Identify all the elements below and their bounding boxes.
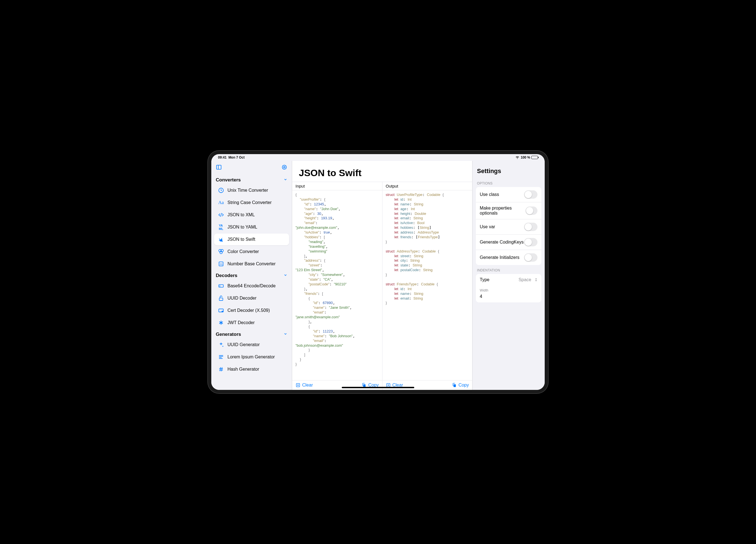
status-time: 09:41 — [218, 156, 227, 159]
sidebar-item-jwt-decoder[interactable]: JWT Decoder — [214, 317, 289, 329]
section-header[interactable]: Generators — [211, 329, 292, 338]
option-make-properties-optionals[interactable]: Make properties optionals — [476, 202, 541, 219]
sidebar-item-uuid-generator[interactable]: UUID Generator — [214, 339, 289, 351]
sidebar-item-label: Cert Decoder (X.509) — [227, 308, 270, 313]
svg-rect-11 — [219, 298, 223, 300]
chevron-down-icon — [283, 177, 287, 183]
svg-rect-17 — [454, 384, 456, 387]
svg-rect-0 — [217, 165, 221, 169]
input-editor[interactable]: { "userProfile": { "id": 12345, "name": … — [292, 190, 382, 380]
sidebar-item-uuid-decoder[interactable]: UUID Decoder — [214, 292, 289, 304]
sidebar-item-label: UUID Decoder — [227, 296, 256, 301]
home-indicator — [342, 387, 414, 388]
svg-point-13 — [222, 311, 223, 312]
option-use-class[interactable]: Use class — [476, 187, 541, 202]
sidebar-item-number-base-converter[interactable]: 01Number Base Converter — [214, 258, 289, 270]
chevron-down-icon — [283, 331, 287, 337]
sidebar-item-unix-time-converter[interactable]: Unix Time Converter — [214, 184, 289, 196]
sidebar-item-label: Base64 Encode/Decode — [227, 283, 276, 288]
hash-icon — [218, 366, 224, 372]
sidebar-item-label: JSON to XML — [227, 212, 255, 217]
toggle[interactable] — [524, 190, 537, 199]
sidebar-item-label: JWT Decoder — [227, 320, 255, 325]
svg-point-3 — [283, 166, 285, 168]
sidebar-item-label: Lorem Ipsum Generator — [227, 354, 275, 360]
output-label: Output — [382, 182, 473, 190]
options-group-label: OPTIONS — [476, 178, 541, 187]
battery-pct: 100 % — [521, 156, 530, 159]
page-title: JSON to Swift — [292, 161, 472, 182]
sidebar-item-string-case-converter[interactable]: AaString Case Converter — [214, 197, 289, 208]
sidebar: ConvertersUnix Time ConverterAaString Ca… — [211, 161, 292, 390]
chevron-down-icon — [283, 273, 287, 278]
b64-icon — [218, 283, 224, 289]
sidebar-item-hash-generator[interactable]: Hash Generator — [214, 363, 289, 375]
sidebar-item-label: Color Converter — [227, 249, 259, 254]
sidebar-item-json-to-yaml[interactable]: YAMLJSON to YAML — [214, 221, 289, 233]
svg-point-2 — [282, 165, 287, 169]
binary-icon: 01 — [218, 261, 224, 267]
copy-output-button[interactable]: Copy — [452, 383, 469, 388]
indent-width-value[interactable]: 4 — [476, 292, 541, 302]
output-column: Output struct UserProfileType: Codable {… — [382, 182, 473, 390]
sparkle-icon — [218, 342, 224, 348]
indent-type-row[interactable]: Type Space — [476, 274, 541, 286]
input-label: Input — [292, 182, 382, 190]
option-generate-initializers[interactable]: Generate Initializers — [476, 250, 541, 265]
toggle[interactable] — [524, 223, 537, 231]
sidebar-item-label: String Case Converter — [227, 200, 272, 205]
yaml-icon: YAML — [218, 224, 224, 230]
cert-icon — [218, 307, 224, 314]
sidebar-item-label: JSON to YAML — [227, 225, 257, 230]
clear-input-button[interactable]: Clear — [295, 383, 313, 388]
sidebar-item-json-to-xml[interactable]: JSON to XML — [214, 209, 289, 221]
section-header[interactable]: Converters — [211, 175, 292, 184]
asterisk-icon — [218, 320, 224, 326]
gear-icon[interactable] — [281, 164, 287, 171]
palette-icon — [218, 249, 224, 255]
sidebar-item-cert-decoder-x-509-[interactable]: Cert Decoder (X.509) — [214, 305, 289, 316]
clock-icon — [218, 187, 224, 193]
status-date: Mon 7 Oct — [228, 156, 244, 159]
sidebar-item-color-converter[interactable]: Color Converter — [214, 246, 289, 258]
sidebar-item-json-to-swift[interactable]: JSON to Swift — [214, 234, 289, 245]
settings-title: Settings — [476, 161, 541, 178]
lines-icon — [218, 354, 224, 360]
battery-icon — [531, 156, 538, 159]
main-panel: JSON to Swift Input { "userProfile": { "… — [292, 161, 472, 390]
input-column: Input { "userProfile": { "id": 12345, "n… — [292, 182, 382, 390]
settings-panel: Settings OPTIONS Use classMake propertie… — [472, 161, 545, 390]
statusbar: 09:41 Mon 7 Oct 100 % — [211, 154, 545, 161]
toggle-sidebar-icon[interactable] — [216, 164, 222, 171]
sidebar-item-label: UUID Generator — [227, 342, 260, 347]
indent-width-label: Width — [476, 286, 541, 292]
indentation-group-label: INDENTATION — [476, 265, 541, 274]
sidebar-item-label: Unix Time Converter — [227, 188, 268, 193]
sidebar-item-lorem-ipsum-generator[interactable]: Lorem Ipsum Generator — [214, 351, 289, 363]
option-generate-codingkeys[interactable]: Generate CodingKeys — [476, 234, 541, 250]
section-header[interactable]: Decoders — [211, 270, 292, 280]
wifi-icon — [515, 156, 520, 160]
toggle[interactable] — [525, 207, 537, 215]
toggle[interactable] — [524, 238, 537, 246]
output-viewer[interactable]: struct UserProfileType: Codable { let id… — [382, 190, 473, 380]
sidebar-item-base64-encode-decode[interactable]: Base64 Encode/Decode — [214, 280, 289, 292]
sidebar-item-label: Number Base Converter — [227, 261, 276, 266]
svg-rect-10 — [219, 285, 224, 287]
svg-text:01: 01 — [220, 263, 222, 266]
option-use-var[interactable]: Use var — [476, 219, 541, 234]
code-icon — [218, 212, 224, 218]
text-icon: Aa — [218, 200, 224, 206]
lockopen-icon — [218, 295, 224, 301]
toggle[interactable] — [524, 253, 537, 262]
sidebar-item-label: JSON to Swift — [227, 237, 255, 242]
swift-icon — [218, 236, 224, 242]
sidebar-item-label: Hash Generator — [227, 367, 259, 372]
